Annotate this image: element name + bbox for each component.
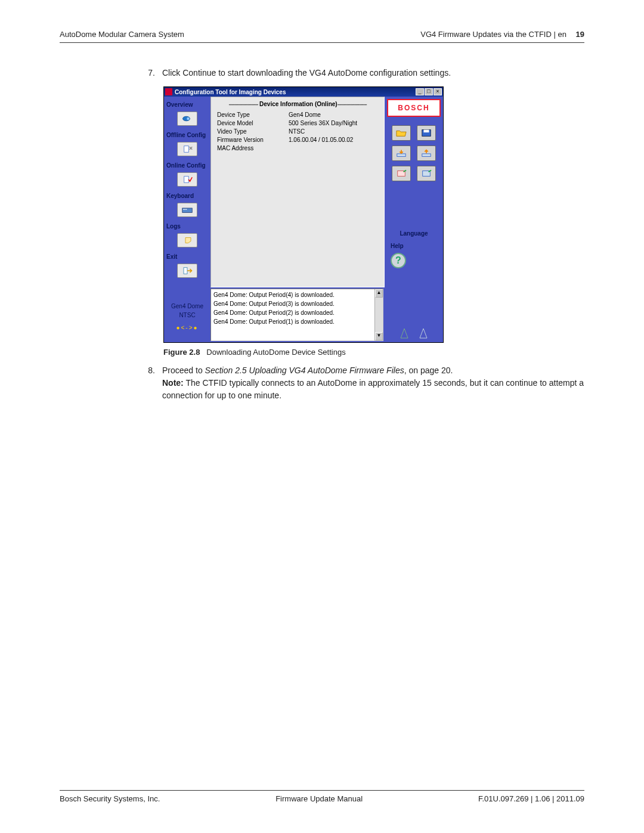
svg-rect-14 xyxy=(422,154,431,157)
doc-check-icon[interactable] xyxy=(177,172,197,187)
device-info-row: Firmware Version1.06.00.04 / 01.05.00.02 xyxy=(217,136,378,144)
info-value xyxy=(289,144,378,153)
upload-icon[interactable] xyxy=(417,145,436,161)
log-line: Gen4 Dome: Output Period(1) is downloade… xyxy=(213,317,380,326)
open-icon[interactable] xyxy=(392,125,411,141)
step-text: Proceed to Section 2.5 Uploading VG4 Aut… xyxy=(162,364,584,402)
info-key: Video Type xyxy=(217,128,289,136)
titlebar[interactable]: Configuration Tool for Imaging Devices _… xyxy=(164,87,443,97)
device-info-row: Device Model500 Series 36X Day/Night xyxy=(217,119,378,128)
figure-text: Downloading AutoDome Device Settings xyxy=(206,348,345,357)
minimize-button[interactable]: _ xyxy=(416,88,424,95)
svg-marker-17 xyxy=(401,329,408,338)
sidebar-label-overview: Overview xyxy=(164,99,210,110)
figure-number: Figure 2.8 xyxy=(163,348,200,357)
step-8: 8. Proceed to Section 2.5 Uploading VG4 … xyxy=(137,364,584,402)
language-label[interactable]: Language xyxy=(387,229,441,238)
proceed-suffix: , on page 20. xyxy=(404,366,453,375)
info-value: NTSC xyxy=(289,128,378,136)
section-reference: Section 2.5 Uploading VG4 AutoDome Firmw… xyxy=(205,366,404,375)
svg-marker-10 xyxy=(397,131,406,136)
progress-dots-icon: ●<->● xyxy=(164,323,210,332)
metronome-icon xyxy=(400,328,408,339)
sidebar-label-exit: Exit xyxy=(164,251,210,262)
page-number: 19 xyxy=(576,30,584,39)
info-value: 1.06.00.04 / 01.05.00.02 xyxy=(289,136,378,144)
device-info-row: MAC Address xyxy=(217,144,378,153)
svg-rect-4 xyxy=(182,208,193,213)
sidebar: Overview Offline Config Online Config Ke… xyxy=(164,97,210,287)
save-icon[interactable] xyxy=(417,125,436,141)
bosch-logo: BOSCH xyxy=(387,99,441,117)
svg-rect-12 xyxy=(424,130,429,133)
info-key: Device Type xyxy=(217,111,289,119)
info-key: Device Model xyxy=(217,119,289,128)
header-right: VG4 Firmware Updates via the CTFID | en … xyxy=(420,30,584,39)
scrollbar-track[interactable] xyxy=(375,298,383,332)
sidebar-label-keyboard: Keyboard xyxy=(164,190,210,202)
status-strip: Gen4 Dome NTSC ●<->● Gen4 Dome: Output P… xyxy=(164,287,443,342)
note-label: Note: xyxy=(162,378,184,388)
right-panel: BOSCH Language xyxy=(385,97,443,287)
status-left: Gen4 Dome NTSC ●<->● xyxy=(164,287,210,342)
log-line: Gen4 Dome: Output Period(4) is downloade… xyxy=(213,290,380,299)
sidebar-label-logs: Logs xyxy=(164,221,210,232)
scroll-up-icon[interactable]: ▲ xyxy=(375,289,383,298)
scroll-down-icon[interactable]: ▼ xyxy=(375,332,383,340)
keyboard-icon[interactable] xyxy=(177,203,197,217)
device-info-row: Video TypeNTSC xyxy=(217,128,378,136)
device-info-heading: Device Information (Online) xyxy=(211,97,384,111)
page-header: AutoDome Modular Camera System VG4 Firmw… xyxy=(60,30,584,43)
svg-marker-8 xyxy=(185,238,191,243)
note-text: The CTFID typically connects to an AutoD… xyxy=(162,378,584,400)
log-line: Gen4 Dome: Output Period(2) is downloade… xyxy=(213,308,380,317)
info-key: Firmware Version xyxy=(217,136,289,144)
sidebar-label-offline: Offline Config xyxy=(164,129,210,141)
info-key: MAC Address xyxy=(217,144,289,153)
window-body: Overview Offline Config Online Config Ke… xyxy=(164,97,443,287)
svg-rect-13 xyxy=(397,154,405,157)
footer-left: Bosch Security Systems, Inc. xyxy=(60,794,160,803)
center-panel: Device Information (Online) Device TypeG… xyxy=(210,97,385,287)
note-icon[interactable] xyxy=(177,233,197,247)
step-number: 8. xyxy=(137,364,155,402)
exit-icon[interactable] xyxy=(177,264,197,278)
log-panel: Gen4 Dome: Output Period(4) is downloade… xyxy=(210,289,383,341)
help-icon[interactable]: ? xyxy=(391,253,406,268)
proceed-prefix: Proceed to xyxy=(162,366,205,375)
scrollbar[interactable]: ▲ ▼ xyxy=(374,289,383,340)
status-device: Gen4 Dome xyxy=(164,302,210,311)
sidebar-label-online: Online Config xyxy=(164,160,210,171)
info-value: Gen4 Dome xyxy=(289,111,378,119)
document-page: AutoDome Modular Camera System VG4 Firmw… xyxy=(60,30,584,402)
svg-rect-5 xyxy=(183,209,184,210)
svg-rect-6 xyxy=(185,209,186,210)
status-video: NTSC xyxy=(164,311,210,320)
footer-center: Firmware Update Manual xyxy=(275,794,363,803)
screen-out-icon[interactable] xyxy=(392,166,411,181)
device-info-row: Device TypeGen4 Dome xyxy=(217,111,378,119)
step-number: 7. xyxy=(137,67,155,79)
close-button[interactable]: × xyxy=(434,88,442,95)
app-icon xyxy=(165,88,172,95)
figure-caption: Figure 2.8 Downloading AutoDome Device S… xyxy=(163,346,584,358)
svg-marker-18 xyxy=(420,329,427,338)
step-text: Click Continue to start downloading the … xyxy=(162,67,584,79)
page-footer: Bosch Security Systems, Inc. Firmware Up… xyxy=(60,790,584,803)
svg-rect-2 xyxy=(184,146,189,153)
app-screenshot: Configuration Tool for Imaging Devices _… xyxy=(163,86,444,343)
download-icon[interactable] xyxy=(392,145,411,161)
doc-x-icon[interactable] xyxy=(177,142,197,156)
log-line: Gen4 Dome: Output Period(3) is downloade… xyxy=(213,299,380,308)
info-value: 500 Series 36X Day/Night xyxy=(289,119,378,128)
screen-in-icon[interactable] xyxy=(417,166,436,181)
camera-icon[interactable] xyxy=(177,112,197,126)
svg-rect-3 xyxy=(184,176,189,183)
maximize-button[interactable]: □ xyxy=(425,88,433,95)
step-7: 7. Click Continue to start downloading t… xyxy=(137,67,584,79)
svg-point-1 xyxy=(187,117,190,120)
svg-rect-9 xyxy=(184,268,187,274)
status-right xyxy=(385,287,443,342)
metronome-icon xyxy=(419,328,428,339)
svg-rect-7 xyxy=(186,209,187,210)
